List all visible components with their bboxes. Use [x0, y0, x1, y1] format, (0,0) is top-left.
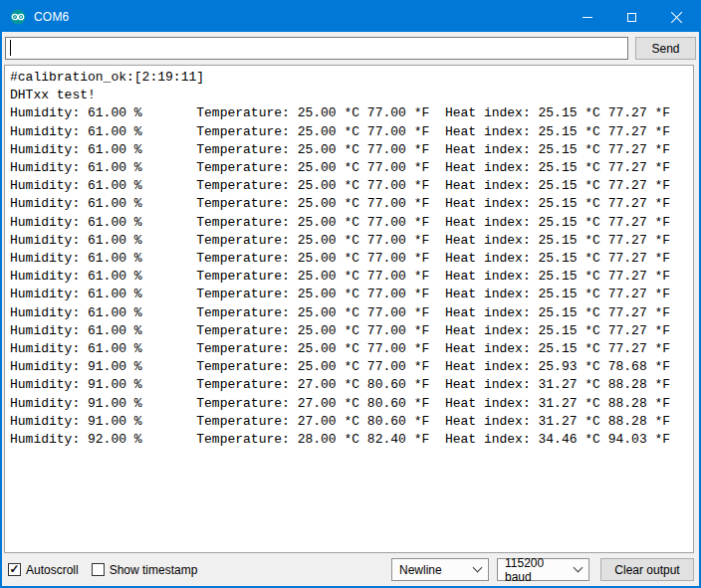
status-bar-right: Newline 115200 baud Clear output — [383, 558, 694, 581]
line-ending-dropdown[interactable]: Newline — [391, 558, 489, 581]
chevron-down-icon — [574, 563, 584, 573]
maximize-icon — [627, 13, 636, 22]
serial-monitor-window: COM6 Send #calibration_ok:[2:19:11] DHTx… — [0, 0, 701, 588]
minimize-button[interactable] — [565, 2, 609, 32]
text-caret — [10, 40, 11, 56]
checkmark-icon[interactable] — [92, 563, 105, 576]
minimize-icon — [583, 17, 592, 18]
maximize-button[interactable] — [609, 2, 654, 32]
titlebar[interactable]: COM6 — [2, 2, 699, 32]
close-icon — [670, 11, 683, 24]
window-controls — [565, 2, 699, 32]
send-button[interactable]: Send — [635, 37, 696, 60]
autoscroll-label: Autoscroll — [26, 563, 79, 577]
window-title: COM6 — [34, 10, 69, 24]
arduino-logo-icon — [10, 9, 26, 25]
serial-input[interactable] — [5, 37, 628, 60]
serial-input-wrap — [5, 37, 628, 60]
clear-output-button[interactable]: Clear output — [600, 558, 694, 581]
status-bar: Autoscroll Show timestamp Newline 115200… — [8, 558, 694, 581]
baud-rate-dropdown[interactable]: 115200 baud — [497, 558, 589, 581]
close-button[interactable] — [654, 2, 699, 32]
serial-output-area[interactable]: #calibration_ok:[2:19:11] DHTxx test! Hu… — [4, 65, 694, 553]
checkmark-icon[interactable] — [8, 563, 21, 576]
show-timestamp-checkbox[interactable]: Show timestamp — [92, 563, 198, 577]
show-timestamp-label: Show timestamp — [110, 563, 198, 577]
chevron-down-icon — [473, 563, 483, 573]
autoscroll-checkbox[interactable]: Autoscroll — [8, 563, 79, 577]
baud-rate-value: 115200 baud — [505, 556, 569, 584]
serial-output-text: #calibration_ok:[2:19:11] DHTxx test! Hu… — [5, 66, 693, 449]
line-ending-value: Newline — [399, 563, 468, 577]
send-row: Send — [5, 37, 696, 60]
